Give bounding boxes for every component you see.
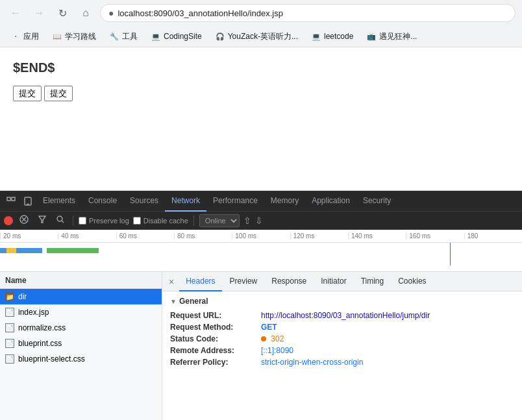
file-item-dir[interactable]: 📁 dir <box>0 289 162 304</box>
network-toolbar: Preserve log Disable cache Online ⇧ ⇩ <box>0 212 522 230</box>
reload-button[interactable]: ↻ <box>53 4 71 22</box>
referrer-policy-row: Referrer Policy: strict-origin-when-cros… <box>170 358 514 367</box>
request-url-label: Request URL: <box>170 311 261 320</box>
page-content: $END$ 提交 提交 <box>0 47 522 190</box>
file-item-normalize[interactable]: 📄 normalize.css <box>0 320 162 336</box>
detail-tab-cookies[interactable]: Cookies <box>392 272 432 291</box>
bookmark-coding[interactable]: 💻 CodingSite <box>145 30 207 43</box>
file-item-blueprint[interactable]: 📄 blueprint.css <box>0 336 162 351</box>
tab-application[interactable]: Application <box>305 191 356 212</box>
bookmark-yujianshen[interactable]: 📺 遇见狂神... <box>361 30 422 43</box>
file-item-blueprint-select[interactable]: 📄 blueprint-select.css <box>0 351 162 367</box>
address-text: localhost:8090/03_annotationHello/index.… <box>118 8 507 18</box>
back-button[interactable]: ← <box>6 4 25 22</box>
bookmark-study[interactable]: 📖 学习路线 <box>47 30 101 43</box>
file-list-panel: Name 📁 dir 📄 index.jsp 📄 normalize.css 📄… <box>0 272 162 420</box>
detail-tab-headers[interactable]: Headers <box>179 272 221 291</box>
tick-60ms: 60 ms <box>116 232 174 240</box>
request-url-row: Request URL: http://localhost:8090/03_an… <box>170 311 514 320</box>
svg-marker-7 <box>39 216 45 223</box>
status-code-label: Status Code: <box>170 334 261 343</box>
disable-cache-label[interactable]: Disable cache <box>133 217 188 225</box>
tab-security[interactable]: Security <box>356 191 397 212</box>
preserve-log-checkbox[interactable] <box>79 217 86 225</box>
detail-tab-bar: × Headers Preview Response Initiator Tim… <box>162 272 522 291</box>
submit-button-1[interactable]: 提交 <box>13 86 42 101</box>
request-method-row: Request Method: GET <box>170 323 514 332</box>
timeline: 20 ms 40 ms 60 ms 80 ms 100 ms 120 ms 14… <box>0 230 522 272</box>
tick-120ms: 120 ms <box>290 232 348 240</box>
timeline-bars <box>0 243 522 266</box>
tab-memory[interactable]: Memory <box>264 191 305 212</box>
clear-button[interactable] <box>17 214 31 227</box>
export-button[interactable]: ⇩ <box>255 216 263 226</box>
bookmark-leetcode[interactable]: 💻 leetcode <box>306 30 358 43</box>
device-toolbar-button[interactable] <box>19 194 36 208</box>
tick-140ms: 140 ms <box>348 232 406 240</box>
tick-160ms: 160 ms <box>406 232 464 240</box>
file-item-index[interactable]: 📄 index.jsp <box>0 304 162 320</box>
detail-close-button[interactable]: × <box>165 275 178 288</box>
toolbar-separator-2 <box>193 216 194 226</box>
remote-address-value: [::1]:8090 <box>261 346 293 355</box>
bookmark-apps[interactable]: ⬝ 应用 <box>5 30 44 43</box>
detail-tab-initiator[interactable]: Initiator <box>314 272 353 291</box>
inspect-icon-button[interactable] <box>3 194 19 208</box>
forward-button[interactable]: → <box>30 4 48 22</box>
detail-tab-response[interactable]: Response <box>265 272 313 291</box>
file-icon-normalize: 📄 <box>5 323 14 332</box>
study-icon: 📖 <box>52 31 62 42</box>
search-button[interactable] <box>53 214 68 227</box>
bookmark-tools[interactable]: 🔧 工具 <box>104 30 143 43</box>
bookmark-tools-label: 工具 <box>122 31 138 42</box>
tick-100ms: 100 ms <box>232 232 290 240</box>
preserve-log-label[interactable]: Preserve log <box>79 217 129 225</box>
status-code-row: Status Code: 302 <box>170 334 514 343</box>
request-method-value: GET <box>261 323 277 332</box>
submit-buttons: 提交 提交 <box>13 86 509 101</box>
timeline-marker <box>450 243 451 266</box>
section-toggle-icon[interactable]: ▼ <box>170 298 177 305</box>
request-url-value: http://localhost:8090/03_annotationHello… <box>261 311 430 320</box>
tab-sources[interactable]: Sources <box>123 191 165 212</box>
svg-line-9 <box>62 221 64 223</box>
file-list-header: Name <box>0 272 162 289</box>
referrer-policy-value: strict-origin-when-cross-origin <box>261 358 363 367</box>
bookmark-youzack[interactable]: 🎧 YouZack-英语听力... <box>210 30 303 43</box>
folder-icon: 📁 <box>5 292 14 301</box>
throttle-select[interactable]: Online <box>199 214 240 227</box>
browser-chrome: ← → ↻ ⌂ ● localhost:8090/03_annotationHe… <box>0 0 522 47</box>
detail-tab-preview[interactable]: Preview <box>223 272 264 291</box>
bookmark-leetcode-label: leetcode <box>324 32 353 41</box>
detail-tab-timing[interactable]: Timing <box>354 272 391 291</box>
tab-elements[interactable]: Elements <box>36 191 82 212</box>
referrer-policy-label: Referrer Policy: <box>170 358 261 367</box>
filter-button[interactable] <box>35 214 49 227</box>
submit-button-2[interactable]: 提交 <box>44 86 73 101</box>
bookmark-coding-label: CodingSite <box>164 32 202 41</box>
coding-icon: 💻 <box>151 31 161 42</box>
tab-performance[interactable]: Performance <box>206 191 264 212</box>
remote-address-row: Remote Address: [::1]:8090 <box>170 346 514 355</box>
devtools-tab-bar: Elements Console Sources Network Perform… <box>0 191 522 212</box>
address-bar[interactable]: ● localhost:8090/03_annotationHello/inde… <box>100 4 516 22</box>
tab-console[interactable]: Console <box>82 191 123 212</box>
import-button[interactable]: ⇧ <box>243 216 251 226</box>
home-button[interactable]: ⌂ <box>77 4 95 22</box>
tick-80ms: 80 ms <box>174 232 232 240</box>
remote-address-label: Remote Address: <box>170 346 261 355</box>
disable-cache-checkbox[interactable] <box>133 217 141 225</box>
leetcode-icon: 💻 <box>311 31 321 42</box>
network-split-view: Name 📁 dir 📄 index.jsp 📄 normalize.css 📄… <box>0 272 522 420</box>
tab-network[interactable]: Network <box>165 191 206 212</box>
status-dot <box>261 336 266 341</box>
yujianshen-icon: 📺 <box>366 31 377 42</box>
status-code-value: 302 <box>261 334 284 343</box>
svg-rect-1 <box>12 197 15 201</box>
tick-40ms: 40 ms <box>58 232 116 240</box>
bookmark-yujianshen-label: 遇见狂神... <box>379 31 417 42</box>
bookmark-study-label: 学习路线 <box>65 31 96 42</box>
youzack-icon: 🎧 <box>215 31 225 42</box>
devtools-panel: Elements Console Sources Network Perform… <box>0 190 522 420</box>
record-button[interactable] <box>4 216 13 225</box>
